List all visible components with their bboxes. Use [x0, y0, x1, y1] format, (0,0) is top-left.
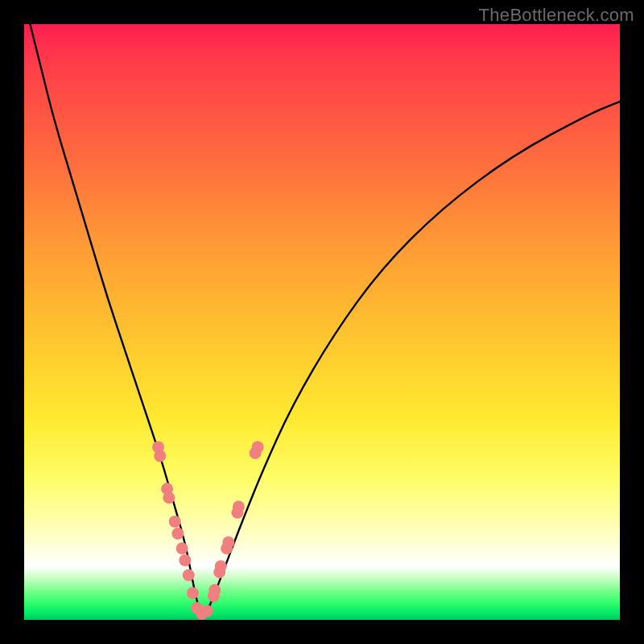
chart-frame: TheBottleneck.com: [0, 0, 644, 644]
watermark-text: TheBottleneck.com: [479, 5, 634, 26]
plot-area: [24, 24, 620, 620]
curve-canvas: [24, 24, 620, 620]
